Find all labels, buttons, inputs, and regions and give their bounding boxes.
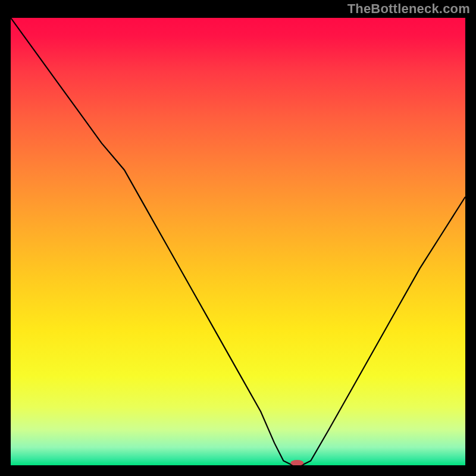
watermark-label: TheBottleneck.com bbox=[347, 1, 470, 17]
app-frame: TheBottleneck.com bbox=[0, 0, 476, 476]
chart-area bbox=[11, 18, 465, 465]
chart-background bbox=[11, 18, 465, 465]
bottleneck-chart bbox=[11, 18, 465, 465]
